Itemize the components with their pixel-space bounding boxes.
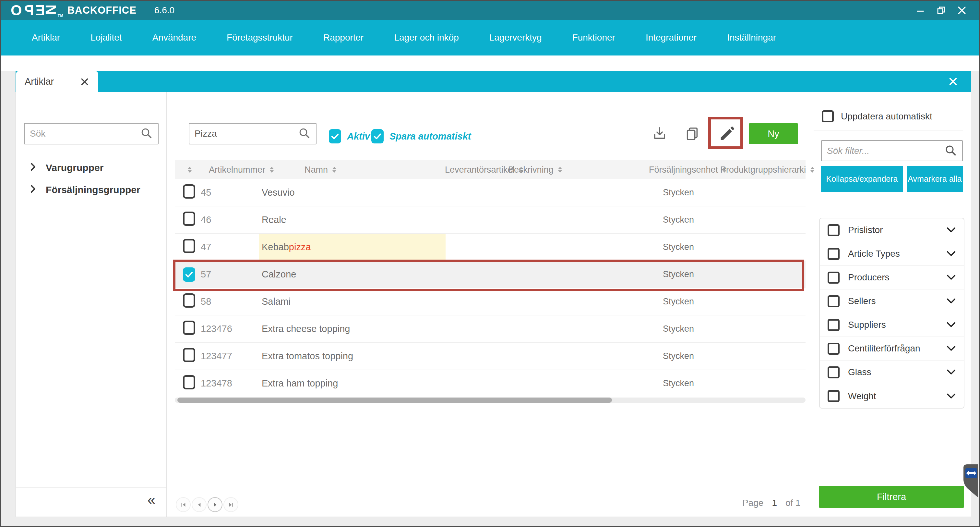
chevron-down-icon[interactable] bbox=[946, 345, 956, 352]
nav-item-funktioner[interactable]: Funktioner bbox=[573, 32, 615, 43]
filter-item-suppliers[interactable]: Suppliers bbox=[820, 313, 964, 337]
row-checkbox[interactable] bbox=[183, 375, 195, 390]
row-checkbox[interactable] bbox=[183, 267, 195, 282]
nav-item-artiklar[interactable]: Artiklar bbox=[32, 32, 60, 43]
table-row[interactable]: 123476 Extra cheese topping Stycken bbox=[175, 315, 805, 343]
column-header-artikelnummer[interactable]: Artikelnummer bbox=[209, 160, 274, 179]
filter-search-input[interactable] bbox=[827, 146, 944, 156]
minimize-icon[interactable] bbox=[915, 5, 926, 16]
autosave-checkbox[interactable] bbox=[371, 129, 383, 144]
filter-checkbox[interactable] bbox=[827, 390, 840, 402]
nav-item-rapporter[interactable]: Rapporter bbox=[323, 32, 364, 43]
first-page-button[interactable] bbox=[176, 497, 191, 512]
row-checkbox[interactable] bbox=[183, 321, 195, 335]
row-checkbox[interactable] bbox=[183, 212, 195, 226]
chevron-down-icon[interactable] bbox=[946, 274, 956, 281]
filter-item-centiliterforfragan[interactable]: Centiliterförfrågan bbox=[820, 337, 964, 361]
column-header-namn[interactable]: Namn bbox=[304, 160, 336, 179]
filter-checkbox[interactable] bbox=[827, 343, 840, 355]
row-checkbox[interactable] bbox=[183, 184, 195, 199]
article-search-input[interactable] bbox=[194, 128, 298, 139]
filter-checkbox[interactable] bbox=[827, 295, 840, 307]
app-window: OPENTM BACKOFFICE 6.6.0 Artiklar Lojalit… bbox=[0, 0, 980, 527]
filter-checkbox[interactable] bbox=[827, 271, 840, 284]
search-icon bbox=[944, 144, 957, 158]
chevron-down-icon[interactable] bbox=[946, 298, 956, 304]
nav-item-lager-och-inkop[interactable]: Lager och inköp bbox=[394, 32, 458, 43]
row-checkbox[interactable] bbox=[183, 293, 195, 308]
article-list-area: Aktiv Spara automatiskt bbox=[167, 92, 814, 517]
horizontal-scrollbar[interactable] bbox=[175, 398, 805, 403]
nav-item-lagerverktyg[interactable]: Lagerverktyg bbox=[489, 32, 542, 43]
filter-label: Prislistor bbox=[848, 225, 883, 235]
tree-item-forsaljningsgrupper[interactable]: Försäljningsgrupper bbox=[30, 181, 140, 199]
spacer-band bbox=[1, 56, 979, 71]
chevron-down-icon[interactable] bbox=[946, 369, 956, 375]
filter-item-sellers[interactable]: Sellers bbox=[820, 289, 964, 313]
nav-item-integrationer[interactable]: Integrationer bbox=[646, 32, 697, 43]
filter-item-weight[interactable]: Weight bbox=[820, 384, 964, 408]
nav-item-lojalitet[interactable]: Lojalitet bbox=[91, 32, 122, 43]
chevron-down-icon[interactable] bbox=[946, 251, 956, 257]
auto-update-checkbox[interactable] bbox=[822, 110, 834, 122]
deselect-all-button[interactable]: Avmarkera alla bbox=[907, 166, 963, 192]
search-icon bbox=[140, 126, 153, 141]
restore-icon[interactable] bbox=[935, 5, 947, 16]
next-page-button[interactable] bbox=[208, 497, 223, 512]
table-header: Artikelnummer Namn Leverantörsartikel Be… bbox=[175, 160, 805, 179]
last-page-button[interactable] bbox=[223, 497, 239, 512]
filter-checkbox[interactable] bbox=[827, 366, 840, 378]
filter-label: Weight bbox=[848, 391, 876, 401]
table-row[interactable]: 47 Kebab pizza Stycken bbox=[175, 234, 805, 261]
row-checkbox[interactable] bbox=[183, 348, 195, 362]
active-checkbox[interactable] bbox=[329, 129, 341, 144]
group-search-input[interactable] bbox=[30, 128, 140, 139]
filter-label: Centiliterförfrågan bbox=[848, 343, 920, 354]
tab-artiklar[interactable]: Artiklar bbox=[16, 71, 98, 92]
table-row-selected[interactable]: 57 Calzone Stycken bbox=[175, 261, 805, 288]
tab-close-icon[interactable] bbox=[80, 77, 89, 87]
filter-apply-button[interactable]: Filtrera bbox=[819, 486, 964, 508]
table-row[interactable]: 45 Vesuvio Stycken bbox=[175, 179, 805, 206]
collapse-expand-button[interactable]: Kollapsa/expandera bbox=[821, 166, 903, 192]
download-icon[interactable] bbox=[652, 126, 667, 142]
edit-pencil-icon[interactable] bbox=[718, 124, 737, 143]
current-page-value[interactable]: 1 bbox=[772, 498, 777, 508]
filter-item-article-types[interactable]: Article Types bbox=[820, 242, 964, 266]
chevron-right-icon bbox=[30, 184, 37, 196]
filter-item-glass[interactable]: Glass bbox=[820, 361, 964, 384]
chevron-down-icon[interactable] bbox=[946, 227, 956, 233]
column-header-forsaljningsenhet[interactable]: Försäljningsenhet bbox=[649, 160, 726, 179]
filter-item-prislistor[interactable]: Prislistor bbox=[820, 219, 964, 242]
table-row[interactable]: 46 Reale Stycken bbox=[175, 206, 805, 234]
copy-icon[interactable] bbox=[685, 126, 700, 142]
new-article-button[interactable]: Ny bbox=[749, 123, 798, 144]
sidebar-collapse-button[interactable]: « bbox=[148, 493, 155, 507]
chevron-right-icon bbox=[30, 162, 37, 174]
filter-checkbox[interactable] bbox=[827, 319, 840, 331]
teamviewer-badge[interactable] bbox=[963, 465, 978, 497]
column-sort-select[interactable] bbox=[188, 160, 192, 179]
nav-item-foretagsstruktur[interactable]: Företagsstruktur bbox=[227, 32, 293, 43]
column-header-produktgruppshierarki[interactable]: Produktgruppshierarki bbox=[720, 160, 814, 179]
table-row[interactable]: 58 Salami Stycken bbox=[175, 288, 805, 315]
tree-item-varugrupper[interactable]: Varugrupper bbox=[30, 159, 103, 177]
chevron-down-icon[interactable] bbox=[946, 393, 956, 399]
nav-item-installningar[interactable]: Inställningar bbox=[727, 32, 776, 43]
logo-letter: N bbox=[43, 5, 58, 16]
scrollbar-thumb[interactable] bbox=[177, 398, 612, 403]
prev-page-button[interactable] bbox=[192, 497, 207, 512]
filter-item-producers[interactable]: Producers bbox=[820, 266, 964, 289]
filter-checkbox[interactable] bbox=[827, 248, 840, 260]
close-icon[interactable] bbox=[956, 5, 967, 16]
table-row[interactable]: 123478 Extra ham topping Stycken bbox=[175, 370, 805, 397]
strip-close-icon[interactable] bbox=[948, 76, 958, 87]
table-row[interactable]: 123477 Extra tomatos topping Stycken bbox=[175, 343, 805, 370]
chevron-down-icon[interactable] bbox=[946, 322, 956, 328]
filter-label: Glass bbox=[848, 367, 871, 377]
column-header-beskrivning[interactable]: Beskrivning bbox=[508, 160, 562, 179]
row-checkbox[interactable] bbox=[183, 239, 195, 253]
filter-checkbox[interactable] bbox=[827, 224, 840, 236]
nav-item-anvandare[interactable]: Användare bbox=[153, 32, 196, 43]
article-search-box bbox=[189, 123, 317, 144]
